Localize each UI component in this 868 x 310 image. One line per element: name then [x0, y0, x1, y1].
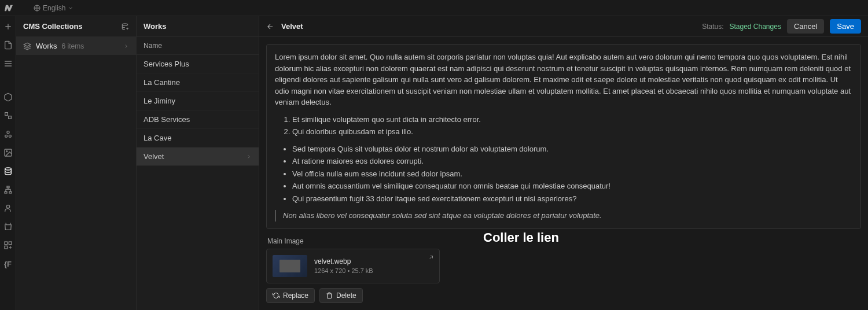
trash-icon [326, 292, 333, 299]
delete-button[interactable]: Delete [319, 288, 363, 303]
users-tool[interactable] [2, 202, 14, 214]
svg-rect-11 [9, 191, 12, 193]
svg-rect-2 [8, 116, 11, 119]
globe-icon [34, 5, 41, 12]
work-item-label: Le Jiminy [144, 97, 175, 105]
rich-text-list-item: At ratione maiores eos dolores corrupti. [292, 156, 852, 167]
rich-text-list-item: Et similique voluptatem quo sunt dicta i… [292, 114, 852, 126]
svg-rect-10 [5, 191, 7, 193]
work-item[interactable]: Le Jiminy [137, 92, 259, 110]
image-dimensions: 1264 x 720 • 25.7 kB [314, 267, 373, 274]
rich-text-field[interactable]: Lorem ipsum dolor sit amet. Quo nulla au… [266, 44, 861, 229]
svg-rect-9 [7, 186, 9, 188]
works-panel: Works Name Services Plus La Cantine Le J… [137, 16, 259, 310]
content-panel: Velvet Status: Staged Changes Cancel Sav… [259, 16, 868, 310]
finsweet-tool[interactable]: {F [2, 258, 14, 270]
svg-point-16 [122, 23, 127, 25]
main-image-label: Main Image [267, 237, 861, 245]
styles-tool[interactable] [2, 128, 14, 140]
svg-rect-15 [5, 246, 8, 249]
back-button[interactable] [266, 23, 274, 31]
svg-point-5 [9, 135, 11, 137]
rich-text-paragraph: Lorem ipsum dolor sit amet. Quo nulla au… [275, 51, 852, 108]
work-item[interactable]: Velvet [137, 147, 259, 166]
status-label: Status: [702, 23, 723, 31]
replace-button[interactable]: Replace [266, 288, 315, 303]
collections-panel: CMS Collections Works 6 items [16, 16, 137, 310]
work-item[interactable]: Services Plus [137, 55, 259, 73]
svg-point-7 [6, 151, 7, 152]
topbar: English [0, 0, 868, 16]
logic-tool[interactable] [2, 184, 14, 195]
pages-tool[interactable] [2, 39, 14, 51]
work-item-label: La Cantine [144, 78, 180, 87]
expand-icon[interactable] [428, 254, 435, 261]
svg-rect-1 [5, 113, 8, 116]
refresh-icon [273, 292, 279, 299]
status-value: Staged Changes [729, 23, 781, 31]
svg-rect-13 [5, 242, 8, 245]
variables-tool[interactable] [2, 110, 14, 121]
collection-name: Works [36, 42, 57, 50]
chevron-right-icon [246, 154, 252, 160]
svg-point-8 [5, 168, 11, 170]
components-tool[interactable] [2, 91, 14, 103]
language-selector[interactable]: English [30, 3, 77, 13]
tool-sidebar: {F [0, 16, 16, 310]
rich-text-list-item: Qui praesentium fugit 33 dolor itaque se… [292, 193, 852, 205]
svg-point-4 [5, 135, 7, 137]
cms-tool[interactable] [2, 165, 14, 177]
work-item[interactable]: La Cave [137, 129, 259, 147]
cancel-button[interactable]: Cancel [787, 19, 824, 34]
work-item-label: La Cave [144, 134, 171, 142]
rich-text-list-item: Sed tempora Quis sit voluptas dolor et n… [292, 143, 852, 155]
rich-text-list-item: Aut omnis accusantium vel similique cons… [292, 180, 852, 192]
rich-text-list-item: Qui doloribus quibusdam et ipsa illo. [292, 126, 852, 138]
work-item[interactable]: La Cantine [137, 73, 259, 92]
language-label: English [43, 4, 65, 12]
content-body: Lorem ipsum dolor sit amet. Quo nulla au… [259, 37, 868, 310]
navigator-tool[interactable] [2, 58, 14, 69]
content-header: Velvet Status: Staged Changes Cancel Sav… [259, 16, 868, 37]
collection-icon [23, 42, 31, 50]
collection-count: 6 items [62, 42, 84, 50]
work-item-label: Velvet [144, 152, 164, 161]
svg-rect-14 [9, 242, 12, 245]
webflow-logo-icon[interactable] [5, 3, 14, 13]
chevron-down-icon [68, 5, 73, 11]
assets-tool[interactable] [2, 147, 14, 158]
work-item-label: ADB Services [144, 115, 190, 124]
chevron-right-icon [123, 43, 129, 49]
add-element-tool[interactable] [2, 21, 14, 32]
image-filename: velvet.webp [314, 257, 373, 265]
collections-panel-title: CMS Collections [23, 22, 83, 31]
ecommerce-tool[interactable] [2, 221, 14, 232]
add-collection-icon[interactable] [121, 23, 129, 31]
delete-label: Delete [336, 291, 356, 300]
work-item-label: Services Plus [144, 60, 189, 68]
save-button[interactable]: Save [830, 19, 861, 34]
work-item[interactable]: ADB Services [137, 110, 259, 129]
apps-tool[interactable] [2, 239, 14, 251]
replace-label: Replace [283, 291, 308, 300]
works-panel-title: Works [144, 22, 167, 31]
works-column-header: Name [137, 37, 259, 55]
image-thumbnail[interactable] [273, 255, 307, 277]
rich-text-list-item: Vel officia nulla eum esse incidunt sed … [292, 168, 852, 180]
collection-item-works[interactable]: Works 6 items [16, 37, 136, 55]
page-title: Velvet [281, 22, 303, 31]
svg-point-3 [7, 131, 9, 134]
svg-point-12 [6, 205, 9, 208]
image-card: velvet.webp 1264 x 720 • 25.7 kB [266, 249, 440, 283]
rich-text-quote: Non alias libero vel consequatur soluta … [275, 210, 852, 222]
